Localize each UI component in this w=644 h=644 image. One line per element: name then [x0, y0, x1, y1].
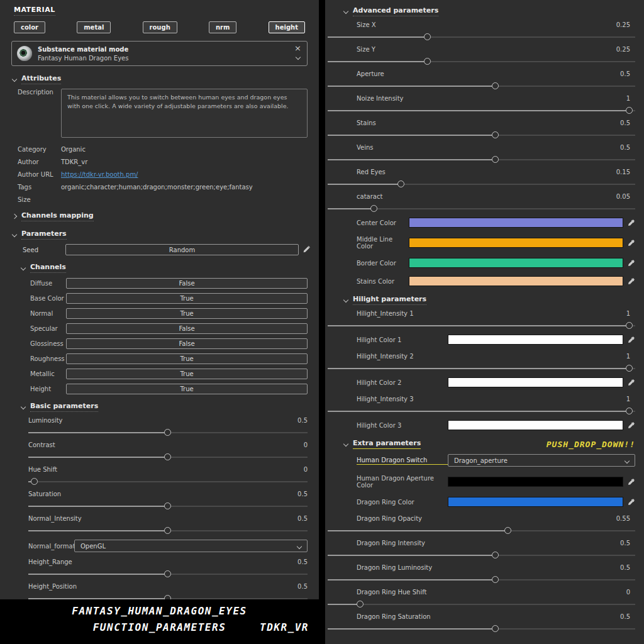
slider-handle[interactable]: [164, 502, 171, 509]
channel-toggle[interactable]: True: [66, 293, 308, 304]
slider-handle[interactable]: [164, 570, 171, 577]
dragon-ring-hue-shift-slider[interactable]: [328, 601, 635, 608]
slider-handle[interactable]: [492, 156, 499, 163]
cataract-slider[interactable]: [328, 205, 635, 213]
material-selector-text: Substance material mode Fantasy Human Dr…: [38, 46, 128, 62]
height-preset-button[interactable]: height: [269, 21, 305, 33]
dragon-ring-opacity-slider[interactable]: [328, 527, 635, 535]
eyedropper-icon[interactable]: [628, 239, 635, 247]
hilight-color-1-swatch[interactable]: [448, 335, 623, 345]
border-color-swatch[interactable]: [409, 258, 623, 268]
slider-handle[interactable]: [626, 107, 633, 114]
edit-seed-icon[interactable]: [303, 246, 310, 253]
slider-handle[interactable]: [492, 552, 499, 558]
channel-toggle[interactable]: True: [66, 384, 308, 394]
material-selector[interactable]: Substance material mode Fantasy Human Dr…: [11, 41, 308, 66]
human-dragon-switch-select[interactable]: Dragon_aperture: [448, 454, 635, 467]
channel-toggle[interactable]: True: [66, 308, 308, 319]
param-value: 0.5: [297, 491, 308, 499]
eyedropper-icon[interactable]: [628, 421, 635, 429]
aperture-slider[interactable]: [328, 82, 635, 90]
description-box[interactable]: This material allows you to switch betwe…: [61, 89, 308, 138]
author-url-link[interactable]: https://tdkr-vr.booth.pm/: [61, 171, 138, 178]
slider-handle[interactable]: [492, 625, 499, 632]
eyedropper-icon[interactable]: [628, 259, 635, 267]
section-extra-parameters[interactable]: Extra parameters PUSH_DROP_DOWN!!: [344, 439, 635, 449]
slider-handle[interactable]: [626, 365, 633, 372]
slider-fill: [328, 61, 428, 62]
eyedropper-icon[interactable]: [628, 336, 635, 343]
section-advanced-parameters[interactable]: Advanced parameters: [344, 6, 635, 16]
saturation-slider[interactable]: [28, 502, 308, 510]
middle-line-color-swatch[interactable]: [409, 238, 623, 248]
center-color-swatch[interactable]: [409, 218, 623, 228]
slider-handle[interactable]: [492, 82, 499, 89]
eyedropper-icon[interactable]: [628, 379, 635, 386]
slider-handle[interactable]: [370, 205, 377, 212]
slider-handle[interactable]: [31, 478, 38, 485]
contrast-slider[interactable]: [28, 453, 308, 461]
hilight-intensity-1-slider[interactable]: [328, 322, 635, 330]
channel-toggle[interactable]: False: [66, 323, 308, 334]
dragon-ring-intensity-slider[interactable]: [328, 552, 635, 559]
luminosity-slider[interactable]: [28, 429, 308, 436]
slider-handle[interactable]: [626, 408, 633, 414]
hue-shift-slider[interactable]: [28, 478, 308, 486]
slider-handle[interactable]: [357, 601, 364, 608]
normal-format-select[interactable]: OpenGL: [74, 540, 308, 552]
section-basic-parameters[interactable]: Basic parameters: [21, 402, 319, 412]
eyedropper-icon[interactable]: [628, 277, 635, 285]
stains-color-swatch[interactable]: [409, 276, 623, 286]
channel-toggle[interactable]: True: [66, 369, 308, 379]
section-attributes[interactable]: Attributes: [13, 74, 319, 84]
slider-handle[interactable]: [424, 33, 431, 40]
section-hilight-parameters[interactable]: Hilight parameters: [344, 295, 635, 305]
hilight-intensity-3-slider[interactable]: [328, 408, 635, 415]
dragon-ring-luminosity-slider[interactable]: [328, 576, 635, 584]
hilight-color-2-swatch[interactable]: [448, 377, 623, 387]
red-eyes-slider[interactable]: [328, 180, 635, 188]
color-preset-button[interactable]: color: [14, 21, 45, 33]
veins-slider[interactable]: [328, 156, 635, 164]
slider-handle[interactable]: [397, 180, 404, 187]
rough-preset-button[interactable]: rough: [143, 21, 177, 33]
height-range-slider[interactable]: [28, 570, 308, 578]
hilight-color-3-swatch[interactable]: [448, 420, 623, 430]
size-x-slider[interactable]: [328, 33, 635, 41]
height-range-row: Height_Range0.5: [28, 558, 308, 578]
slider-handle[interactable]: [164, 453, 171, 460]
size-y-row: Size Y0.25: [328, 46, 635, 65]
slider-handle[interactable]: [504, 527, 511, 534]
hilight-intensity-2-slider[interactable]: [328, 365, 635, 372]
human-dragon-aperture-color-swatch[interactable]: [448, 477, 623, 487]
channel-toggle[interactable]: False: [66, 278, 308, 289]
section-channels[interactable]: Channels: [21, 263, 319, 273]
normal-intensity-slider[interactable]: [28, 527, 308, 535]
dragon-ring-saturation-slider[interactable]: [328, 625, 635, 633]
close-icon[interactable]: ×: [294, 43, 301, 53]
size-y-slider[interactable]: [328, 58, 635, 65]
channel-toggle[interactable]: True: [66, 353, 308, 364]
slider-handle[interactable]: [626, 322, 633, 329]
param-label: cataract: [357, 193, 382, 201]
channel-toggle[interactable]: False: [66, 338, 308, 349]
dragon-ring-color-swatch[interactable]: [448, 497, 623, 507]
slider-handle[interactable]: [164, 527, 171, 534]
section-parameters[interactable]: Parameters: [13, 230, 319, 240]
param-label: Height_Range: [28, 558, 72, 567]
slider-handle[interactable]: [164, 429, 171, 436]
eyedropper-icon[interactable]: [628, 478, 635, 486]
eyedropper-icon[interactable]: [628, 219, 635, 226]
eyedropper-icon[interactable]: [628, 498, 635, 506]
seed-input[interactable]: Random: [65, 244, 299, 255]
nrm-preset-button[interactable]: nrm: [209, 21, 236, 33]
section-channels-mapping[interactable]: Channels mapping: [13, 211, 319, 221]
metal-preset-button[interactable]: metal: [77, 21, 111, 33]
noize-intensity-slider[interactable]: [328, 107, 635, 114]
chevron-down-icon[interactable]: [296, 55, 301, 60]
slider-handle[interactable]: [492, 131, 499, 138]
slider-handle[interactable]: [424, 58, 431, 65]
channel-label: Height: [30, 386, 66, 392]
slider-handle[interactable]: [492, 576, 499, 583]
stains-slider[interactable]: [328, 131, 635, 139]
